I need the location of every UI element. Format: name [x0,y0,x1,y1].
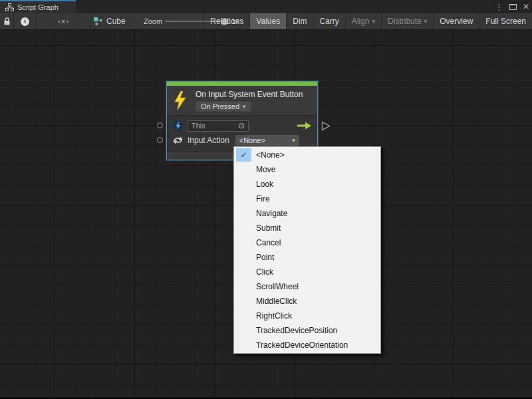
menu-item-middleclick[interactable]: MiddleClick [234,294,380,309]
tab-script-graph[interactable]: Script Graph [0,0,76,13]
input-action-value: <None> [239,136,265,144]
check-icon: ✓ [236,148,251,162]
carry-button[interactable]: Carry [313,13,345,29]
caret-down-icon: ▾ [372,19,376,25]
flow-arrow-icon [297,122,311,130]
breadcrumb[interactable]: Cube [93,13,126,29]
menu-item-label: Submit [256,223,281,233]
tab-bar: Script Graph ⋮ ✕ [0,0,532,13]
distribute-label: Distribute [388,17,422,26]
menu-item-label: TrackedDevicePosition [256,326,337,335]
unity-visual-scripting-window: Script Graph ⋮ ✕ i ‹×› [0,0,532,399]
maximize-icon[interactable] [509,4,517,10]
toolbar-right-group: Relations Values Dim Carry Align ▾ Distr… [203,13,532,29]
menu-item-navigate[interactable]: Navigate [234,206,380,221]
menu-item-none[interactable]: ✓ <None> [234,148,380,162]
flow-output-port[interactable] [321,121,331,131]
menu-item-label: Fire [256,194,270,203]
menu-item-label: Move [256,165,275,174]
more-menu-icon[interactable]: ⋮ [495,3,503,11]
align-label: Align [352,17,370,26]
menu-item-label: Point [256,253,274,262]
menu-item-click[interactable]: Click [234,265,380,279]
input-action-icon [173,136,183,145]
inspect-button[interactable]: i [14,13,37,29]
menu-item-label: RightClick [256,311,292,321]
caret-down-icon: ▾ [243,104,246,110]
lock-icon [3,17,11,26]
menu-item-move[interactable]: Move [234,162,380,177]
overview-label: Overview [440,17,473,26]
input-action-input-port[interactable] [157,137,163,143]
lightning-bolt-icon [174,91,187,110]
menu-item-point[interactable]: Point [234,250,380,265]
zoom-label: Zoom [144,13,162,29]
graph-canvas[interactable]: On Input System Event Button On Pressed … [0,30,532,399]
this-input-field[interactable]: This ⊙ [188,120,249,132]
breadcrumb-label: Cube [106,17,126,26]
input-action-menu: ✓ <None> Move Look Fire Navigate Submit … [233,146,381,354]
menu-item-trackeddeviceposition[interactable]: TrackedDevicePosition [234,323,380,338]
node-title: On Input System Event Button [196,90,303,99]
input-action-dropdown[interactable]: <None> ▾ [235,135,299,146]
node-header[interactable]: On Input System Event Button On Pressed … [167,86,317,115]
menu-item-label: Cancel [256,238,281,247]
graph-toolbar: i ‹×› Cube Zoom 1x Relations Values [0,13,532,30]
close-icon[interactable]: ✕ [523,3,529,11]
menu-item-fire[interactable]: Fire [234,192,380,206]
code-icon: ‹×› [58,17,69,25]
toolbar-left-group: i ‹×› [0,13,91,29]
caret-down-icon: ▾ [292,138,295,144]
code-preview-button[interactable]: ‹×› [37,13,91,29]
dim-label: Dim [293,17,307,26]
carry-label: Carry [320,17,339,26]
info-icon: i [21,17,29,26]
menu-item-label: TrackedDeviceOrientation [256,340,348,350]
menu-item-label: Click [256,267,273,277]
window-controls: ⋮ ✕ [495,0,529,13]
menu-item-label: Navigate [256,209,287,218]
menu-item-submit[interactable]: Submit [234,221,380,235]
target-icon: ⊙ [238,122,245,130]
full-screen-button[interactable]: Full Screen [479,13,532,29]
relations-button[interactable]: Relations [203,13,249,29]
input-action-label: Input Action [188,136,229,145]
values-label: Values [256,17,280,26]
menu-item-label: MiddleClick [256,297,297,306]
menu-item-label: <None> [256,150,285,160]
distribute-button[interactable]: Distribute ▾ [381,13,433,29]
this-value: This [192,122,205,130]
overview-button[interactable]: Overview [433,13,479,29]
full-screen-label: Full Screen [485,17,526,26]
event-type-label: On Pressed [201,102,239,110]
relations-label: Relations [210,17,243,26]
menu-item-label: ScrollWheel [256,282,299,291]
dim-button[interactable]: Dim [286,13,313,29]
graph-node-icon [93,17,103,26]
lock-button[interactable] [0,13,14,29]
menu-item-rightclick[interactable]: RightClick [234,309,380,323]
menu-item-label: Look [256,180,273,189]
tab-label: Script Graph [17,3,59,11]
this-input-port[interactable] [157,122,163,128]
menu-item-look[interactable]: Look [234,177,380,192]
this-port-row: This ⊙ [167,118,317,133]
graph-icon [5,3,14,11]
input-action-port-row: Input Action <None> ▾ [167,133,317,148]
event-type-dropdown[interactable]: On Pressed ▾ [196,101,251,112]
align-button[interactable]: Align ▾ [345,13,381,29]
menu-item-scrollwheel[interactable]: ScrollWheel [234,279,380,294]
gameobject-event-icon [173,121,183,131]
menu-item-trackeddeviceorientation[interactable]: TrackedDeviceOrientation [234,338,380,352]
values-button[interactable]: Values [249,13,286,29]
menu-item-cancel[interactable]: Cancel [234,235,380,250]
caret-down-icon: ▾ [424,19,428,25]
